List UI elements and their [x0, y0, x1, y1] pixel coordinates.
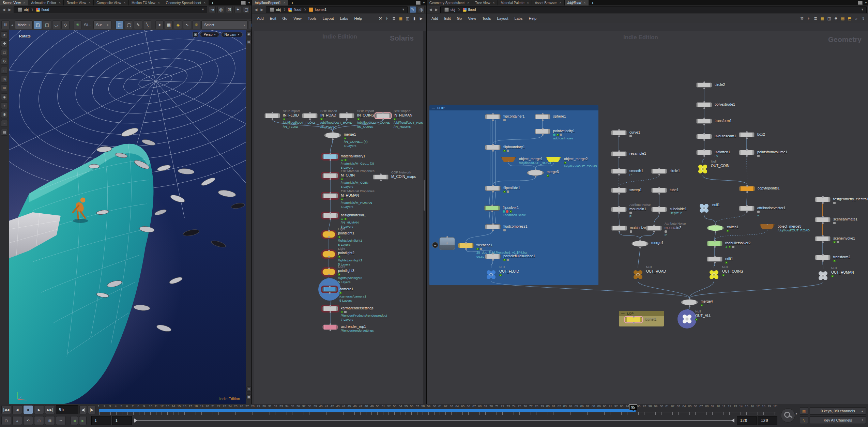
prev-key-button[interactable]: ◀	[71, 416, 78, 425]
node-box2[interactable]: box2	[739, 132, 755, 137]
template-icon[interactable]	[341, 218, 343, 220]
node-sphere1[interactable]: sphere1	[535, 114, 550, 119]
breadcrumb-flood[interactable]: flood	[34, 7, 52, 12]
keys-status[interactable]: 0 keys, 0/0 channels▲	[810, 407, 866, 415]
menu-view[interactable]: View	[465, 16, 479, 21]
node-body[interactable]	[651, 188, 667, 193]
lock-icon[interactable]	[507, 259, 509, 261]
node-body[interactable]	[625, 317, 642, 322]
node-body[interactable]	[611, 226, 627, 231]
node-mountain2[interactable]: Attribute Noisemountain2P	[646, 226, 662, 231]
persp-dropdown[interactable]: Persp▾	[200, 32, 219, 37]
badges-icon[interactable]: ❖	[833, 16, 839, 21]
node-body[interactable]	[322, 193, 338, 198]
display-flag-icon[interactable]	[341, 198, 343, 200]
panes-icon[interactable]: ◫	[826, 16, 832, 21]
close-tab-icon[interactable]: ✕	[583, 1, 586, 4]
box-select-icon[interactable]: □	[1, 49, 8, 56]
node-body[interactable]	[484, 205, 500, 211]
select-components-icon[interactable]: ◰	[43, 20, 51, 29]
swatch-icon[interactable]: ▢	[243, 6, 250, 13]
tab-composite-view[interactable]: Composite View✕	[94, 0, 128, 5]
node-body[interactable]	[739, 186, 755, 191]
display-flag-icon[interactable]	[499, 274, 502, 276]
brush-select-icon[interactable]: ✎	[134, 20, 142, 29]
toolbar-handle-icon[interactable]: ⠿	[1, 20, 10, 29]
node-flipcontainer1[interactable]: flipcontainer1	[485, 114, 501, 119]
node-lopnet1[interactable]: lopnet1	[625, 317, 642, 322]
up-level-icon[interactable]: ⇧	[860, 16, 866, 21]
node-body[interactable]	[322, 251, 335, 258]
crown-icon[interactable]: ♕	[192, 20, 200, 29]
pane-menu-icon[interactable]: ▼	[865, 1, 867, 4]
node-circle2[interactable]: circle2	[696, 82, 712, 88]
close-tab-icon[interactable]: ✕	[467, 1, 469, 4]
global-end-field[interactable]: 120	[758, 416, 777, 425]
node-copytopoints1[interactable]: copytopoints1	[739, 186, 755, 191]
menu-help[interactable]: Help	[351, 16, 365, 21]
forward-icon[interactable]: ▶	[260, 7, 264, 12]
node-body[interactable]	[458, 243, 474, 248]
list-icon[interactable]: ≣	[391, 16, 397, 21]
node-filecache1[interactable]: filecache125_dop_fluid.filecache1_v1.$F4…	[458, 243, 474, 248]
node-transform1[interactable]: transform1	[696, 119, 712, 124]
prim-select-icon[interactable]: ◈	[174, 20, 182, 29]
lock-icon[interactable]	[630, 230, 632, 233]
node-body[interactable]	[815, 236, 831, 241]
keyframe-settings-icon[interactable]: ⊸	[56, 416, 66, 425]
node-switch1[interactable]: switch1	[707, 225, 724, 231]
pointer-icon[interactable]: ↖	[183, 20, 191, 29]
node-merge1[interactable]: merge1/IN_COINS... (4)4 Layers	[324, 132, 341, 138]
node-sweep1[interactable]: sweep1	[611, 188, 627, 193]
node-flipboundary1[interactable]: flipboundary1	[485, 145, 501, 150]
geo-breadcrumb[interactable]: obj ❯ flood ▼	[440, 6, 867, 13]
path-dropdown-icon[interactable]: ▼	[861, 8, 865, 11]
node-body[interactable]	[485, 114, 501, 119]
palette-icon[interactable]: ▦	[398, 16, 404, 21]
image-plane-icon[interactable]: ⬒	[847, 16, 853, 21]
display-flag-icon[interactable]	[339, 292, 342, 294]
play-button[interactable]: ▶	[34, 405, 44, 414]
display-flag-icon[interactable]	[727, 230, 729, 232]
node-body[interactable]	[651, 207, 667, 212]
tree-icon[interactable]: ⊧	[384, 16, 390, 21]
display-flag-icon[interactable]	[557, 134, 559, 136]
tree-icon[interactable]: ⊧	[806, 16, 812, 21]
key-dropdown-icon[interactable]: ▼	[795, 412, 798, 415]
global-start-field[interactable]: 1	[91, 416, 111, 425]
expand-icon[interactable]: ▶	[418, 16, 424, 21]
panel-icon[interactable]: ▤	[1, 129, 8, 136]
animation-curve-icon[interactable]: ∿	[800, 416, 808, 424]
lock-icon[interactable]	[503, 119, 506, 121]
snapshot-icon[interactable]: ▤	[246, 39, 252, 44]
pose-icon[interactable]: ⊞	[1, 85, 8, 91]
tab-animation-editor[interactable]: Animation Editor✕	[28, 0, 63, 5]
node-body[interactable]	[739, 150, 755, 155]
node-body[interactable]	[681, 299, 698, 305]
tab-tree-view[interactable]: Tree View✕	[472, 0, 498, 5]
display-flag-icon[interactable]	[341, 178, 343, 180]
node-body[interactable]	[535, 129, 550, 134]
node-merge3[interactable]: merge3	[527, 170, 544, 176]
display-flag-icon[interactable]	[833, 260, 836, 262]
marquee-select-icon[interactable]: ⬚	[116, 20, 124, 29]
follow-icon[interactable]: ◎	[217, 6, 224, 13]
node-flipsolver1[interactable]: flipsolver1Feedback Scale	[484, 205, 500, 211]
tools-icon[interactable]: ⚒	[799, 16, 805, 21]
tab-motion-fx-view[interactable]: Motion FX View✕	[129, 0, 163, 5]
key-mode-dropdown[interactable]: Key All Channels⇕	[810, 416, 866, 424]
channels-icon[interactable]: ▦	[800, 407, 808, 415]
node-curve1[interactable]: curve1	[611, 130, 627, 135]
breadcrumb-flood[interactable]: flood	[460, 7, 478, 12]
node-matchsize1[interactable]: matchsize1	[611, 226, 627, 231]
lock-icon[interactable]	[629, 212, 632, 214]
node-body[interactable]	[439, 237, 455, 250]
waves-icon[interactable]: ≈	[1, 120, 8, 127]
close-tab-icon[interactable]: ✕	[203, 1, 206, 4]
select-mode-dropdown[interactable]: Select▸	[201, 20, 248, 29]
node-fluidcompress1[interactable]: fluidcompress1	[485, 224, 501, 229]
display-flag-icon[interactable]	[338, 273, 340, 276]
node-resample1[interactable]: resample1	[611, 151, 627, 156]
node-body[interactable]	[322, 173, 338, 178]
node-body[interactable]	[322, 154, 338, 159]
